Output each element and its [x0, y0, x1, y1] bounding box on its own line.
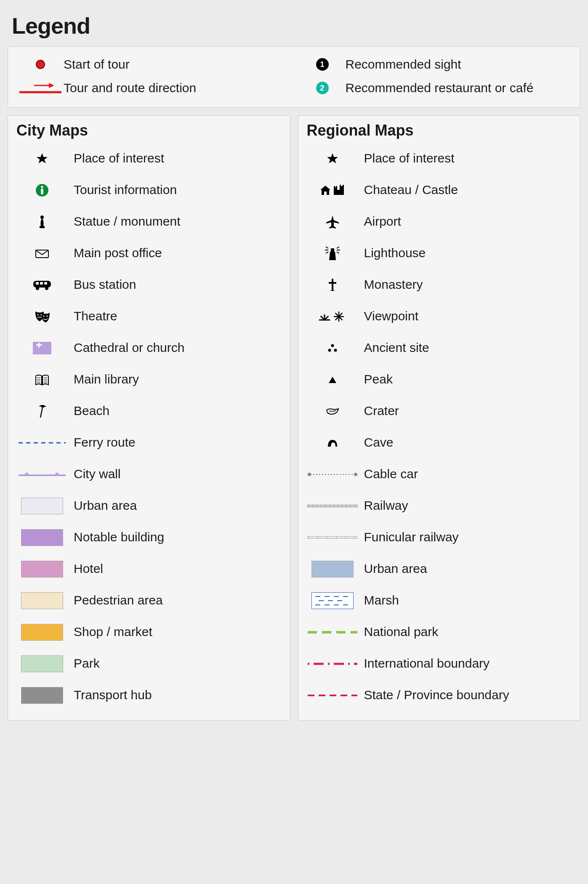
numbered-badge-teal-icon: 2: [299, 79, 346, 97]
legend-label: Airport: [364, 214, 578, 229]
legend-row: Railway: [301, 490, 578, 522]
legend-label: Chateau / Castle: [364, 183, 578, 197]
star-icon: [301, 146, 364, 171]
svg-point-73: [308, 473, 311, 476]
svg-rect-40: [337, 190, 341, 195]
legend-row: Place of interest: [301, 143, 578, 174]
legend-row: Statue / monument: [11, 206, 287, 237]
legend-row: 2Recommended restaurant or café: [299, 76, 571, 100]
svg-point-8: [40, 216, 44, 219]
color-swatch-icon: [11, 525, 74, 550]
legend-row: Lighthouse: [301, 237, 578, 269]
legend-label: Urban area: [364, 562, 578, 576]
legend-row: Ferry route: [11, 427, 287, 458]
svg-marker-34: [327, 153, 338, 163]
airport-icon: [301, 210, 364, 234]
city-wall-line-icon: [11, 462, 74, 487]
svg-line-52: [337, 252, 339, 253]
ferry-line-icon: [11, 431, 74, 455]
legend-label: Peak: [364, 372, 578, 387]
svg-line-49: [326, 252, 328, 253]
color-swatch-icon: [11, 557, 74, 581]
start-dot-icon: [17, 55, 64, 74]
legend-label: Park: [74, 656, 287, 671]
legend-row: Chateau / Castle: [301, 174, 578, 206]
legend-label: Ferry route: [74, 435, 287, 450]
legend-label: Recommended restaurant or café: [346, 81, 571, 96]
svg-rect-38: [334, 187, 337, 195]
legend-row: Tour and route direction: [17, 76, 289, 100]
svg-point-15: [36, 287, 39, 290]
legend-row: Marsh: [301, 585, 578, 616]
monastery-icon: [301, 273, 364, 297]
svg-rect-54: [329, 282, 336, 284]
legend-row: State / Province boundary: [301, 679, 578, 711]
legend-row: Main post office: [11, 237, 287, 269]
svg-point-17: [37, 314, 38, 315]
legend-label: Funicular railway: [364, 530, 578, 545]
marsh-swatch-icon: [301, 588, 364, 613]
legend-label: Place of interest: [364, 151, 578, 166]
legend-label: Railway: [364, 498, 578, 513]
svg-point-19: [43, 315, 44, 317]
legend-label: Crater: [364, 404, 578, 418]
legend-row: Place of interest: [11, 143, 287, 174]
legend-label: Cathedral or church: [74, 341, 287, 355]
svg-marker-3: [49, 83, 54, 88]
legend-row: Shop / market: [11, 616, 287, 648]
legend-label: City wall: [74, 467, 287, 482]
svg-rect-45: [331, 248, 334, 252]
legend-label: National park: [364, 625, 578, 639]
svg-marker-46: [329, 252, 336, 260]
legend-label: Viewpoint: [364, 309, 578, 324]
svg-rect-33: [56, 473, 59, 476]
svg-marker-35: [320, 186, 330, 190]
color-swatch-icon: [301, 557, 364, 581]
beach-icon: [11, 399, 74, 423]
legend-row: Urban area: [301, 553, 578, 585]
svg-point-20: [46, 315, 48, 317]
legend-row: Transport hub: [11, 679, 287, 711]
legend-label: Shop / market: [74, 625, 287, 639]
legend-row: Main library: [11, 364, 287, 395]
crater-icon: [301, 399, 364, 423]
peak-icon: [301, 367, 364, 392]
route-arrow-icon: [17, 79, 64, 97]
legend-row: Viewpoint: [301, 301, 578, 332]
legend-label: Transport hub: [74, 688, 287, 703]
funicular-line-icon: [301, 525, 364, 550]
legend-row: Notable building: [11, 522, 287, 553]
legend-row: Hotel: [11, 553, 287, 585]
legend-label: Bus station: [74, 277, 287, 292]
color-swatch-icon: [11, 588, 74, 613]
legend-row: National park: [301, 616, 578, 648]
legend-row: Urban area: [11, 490, 287, 522]
svg-line-47: [326, 247, 328, 248]
railway-line-icon: [301, 494, 364, 518]
legend-row: Pedestrian area: [11, 585, 287, 616]
svg-marker-71: [329, 377, 336, 383]
cable-car-line-icon: [301, 462, 364, 487]
legend-label: Marsh: [364, 593, 578, 608]
svg-line-50: [337, 247, 339, 248]
legend-label: Place of interest: [74, 151, 287, 166]
top-legend-panel: Start of tourTour and route direction 1R…: [8, 46, 580, 108]
svg-point-74: [354, 473, 357, 476]
legend-row: Crater: [301, 395, 578, 427]
legend-label: Ancient site: [364, 341, 578, 355]
legend-label: Main library: [74, 372, 287, 387]
svg-rect-9: [40, 226, 45, 228]
legend-label: Start of tour: [64, 57, 289, 72]
svg-rect-42: [336, 186, 337, 187]
svg-line-29: [40, 407, 43, 418]
legend-row: City wall: [11, 458, 287, 490]
regional-maps-entries: Place of interestChateau / CastleAirport…: [301, 143, 578, 711]
theatre-icon: [11, 304, 74, 329]
statue-icon: [11, 210, 74, 234]
svg-rect-43: [340, 185, 341, 186]
top-left-column: Start of tourTour and route direction: [17, 53, 289, 100]
legend-row: Bus station: [11, 269, 287, 301]
legend-row: 1Recommended sight: [299, 53, 571, 76]
svg-rect-12: [36, 282, 39, 285]
legend-label: Cave: [364, 435, 578, 450]
